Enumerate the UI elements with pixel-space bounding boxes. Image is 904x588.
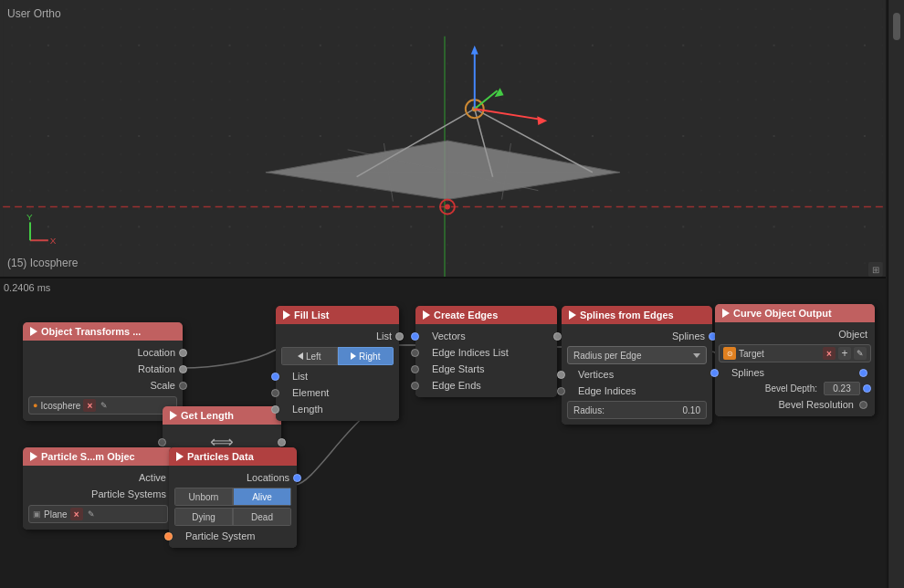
fill-list-output-label: List — [376, 331, 392, 341]
fill-list-output-socket — [395, 332, 404, 341]
plane-remove-button[interactable]: × — [70, 508, 83, 520]
curve-target-eye-button[interactable]: ✎ — [854, 347, 867, 360]
particle-sys-active-row: Active — [23, 469, 173, 486]
fill-list-row-list: List — [276, 368, 399, 384]
node-curve-output-collapse-icon[interactable] — [722, 309, 730, 318]
curve-target-field[interactable]: ⊙ Target × + ✎ — [719, 344, 871, 362]
node-collapse-icon[interactable] — [30, 327, 37, 336]
node-splines-edges-collapse-icon[interactable] — [569, 310, 576, 320]
node-object-transforms: Object Transforms ... Location Rotation … — [23, 322, 183, 421]
fill-list-list-socket — [271, 373, 279, 381]
particle-sys-systems-label: Particle Systems — [91, 488, 166, 499]
fill-list-length-socket — [271, 405, 279, 414]
node-get-length-header: Get Length — [163, 406, 281, 425]
curve-target-icon: ⊙ — [723, 347, 736, 360]
node-create-edges-title: Create Edges — [434, 310, 498, 320]
toggle-left-button[interactable]: Left — [281, 347, 338, 365]
node-curve-object-output: Curve Object Output Object ⊙ Target × + … — [715, 304, 875, 416]
location-output-socket — [179, 349, 187, 357]
curve-target-remove-button[interactable]: × — [823, 347, 836, 360]
node-curve-output-title: Curve Object Output — [733, 308, 832, 319]
viewport-3d[interactable]: X Y ⊞ User Ortho (15) Icosphere — [0, 0, 886, 278]
arrow-left-icon — [298, 352, 303, 360]
splines-radius-label: Radius: — [573, 405, 604, 415]
create-edges-ends-label: Edge Ends — [432, 380, 481, 391]
node-particles-data-collapse-icon[interactable] — [176, 452, 184, 461]
splines-radius-field[interactable]: Radius: 0.10 — [567, 401, 707, 419]
create-edges-indices-socket — [411, 349, 419, 357]
node-create-edges-header: Create Edges — [415, 306, 557, 324]
node-object-transforms-header: Object Transforms ... — [23, 322, 183, 341]
node-fill-list-output: List — [276, 328, 399, 344]
location-label: Location — [137, 347, 175, 358]
icosphere-remove-button[interactable]: × — [83, 399, 96, 412]
create-edges-vectors: Vectors — [415, 328, 557, 344]
node-create-edges: Create Edges Vectors Edge Indices List E… — [415, 306, 557, 397]
node-particles-data: Particles Data Locations Unborn Alive Dy… — [169, 447, 297, 548]
icosphere-edit-icon[interactable]: ✎ — [100, 401, 108, 410]
splines-vertices-row: Vertices — [562, 366, 712, 383]
node-particle-system-object: Particle S...m Objec Active Particle Sys… — [23, 447, 173, 530]
particle-sys-systems-row: Particle Systems — [23, 486, 173, 502]
node-fill-list: Fill List List Left Right List — [276, 306, 399, 421]
node-splines-edges-header: Splines from Edges — [562, 306, 712, 324]
toggle-right-button[interactable]: Right — [338, 347, 394, 365]
node-curve-output-header: Curve Object Output — [715, 304, 875, 322]
icosphere-icon: ● — [33, 401, 37, 410]
node-splines-from-edges: Splines from Edges Splines Radius per Ed… — [562, 306, 712, 425]
plane-pill[interactable]: ▣ Plane × ✎ — [28, 505, 168, 523]
node-particle-sys-collapse-icon[interactable] — [30, 452, 37, 461]
viewport-label: User Ortho — [7, 7, 61, 20]
particles-alive-button[interactable]: Alive — [233, 488, 291, 506]
particles-data-locations-row: Locations — [169, 469, 297, 486]
get-length-output-socket — [278, 438, 286, 446]
plane-name: Plane — [44, 509, 68, 520]
create-edges-starts-label: Edge Starts — [432, 363, 484, 374]
particle-system-row: Particle System — [169, 528, 297, 544]
node-get-length-collapse-icon[interactable] — [170, 411, 177, 420]
create-edges-starts: Edge Starts — [415, 361, 557, 377]
toggle-right-label: Right — [359, 352, 380, 362]
plane-edit-icon[interactable]: ✎ — [88, 509, 95, 519]
bevel-resolution-socket — [859, 401, 867, 409]
node-particles-data-title: Particles Data — [187, 451, 254, 462]
curve-target-add-button[interactable]: + — [838, 347, 851, 360]
fill-list-list-label: List — [292, 371, 308, 382]
node-fill-list-title: Fill List — [294, 310, 330, 320]
particles-data-locations-socket — [293, 474, 301, 482]
icosphere-pill[interactable]: ● Icosphere × ✎ — [28, 396, 177, 415]
particles-dying-button[interactable]: Dying — [174, 508, 233, 526]
scrollbar-thumb[interactable] — [893, 13, 900, 40]
svg-text:⊞: ⊞ — [872, 265, 879, 275]
node-editor: 0.2406 ms Object Transforms ... Location — [0, 278, 886, 588]
curve-splines-label: Splines — [731, 367, 764, 378]
create-edges-ends: Edge Ends — [415, 377, 557, 394]
scale-label: Scale — [150, 380, 175, 391]
node-fill-list-collapse-icon[interactable] — [283, 310, 290, 320]
toggle-left-label: Left — [306, 352, 321, 362]
create-edges-vectors-label: Vectors — [432, 331, 466, 341]
bevel-depth-label: Bevel Depth: — [719, 383, 821, 394]
right-scrollbar[interactable] — [888, 0, 904, 588]
node-create-edges-collapse-icon[interactable] — [423, 310, 430, 320]
arrow-right-icon — [351, 352, 356, 360]
create-edges-ends-socket — [411, 382, 419, 390]
node-row-rotation: Rotation — [23, 361, 183, 377]
particles-unborn-button[interactable]: Unborn — [174, 488, 233, 506]
splines-dropdown[interactable]: Radius per Edge — [567, 346, 707, 364]
curve-output-object-row: Object — [715, 326, 875, 342]
particles-dying-dead-group[interactable]: Dying Dead — [174, 508, 291, 526]
svg-text:X: X — [50, 236, 57, 246]
node-particles-data-header: Particles Data — [169, 447, 297, 466]
create-edges-vectors-socket — [411, 332, 419, 341]
create-edges-indices-label: Edge Indices List — [432, 347, 509, 358]
splines-dropdown-arrow — [693, 353, 700, 358]
particle-sys-active-label: Active — [139, 472, 166, 483]
node-particle-sys-title: Particle S...m Objec — [41, 451, 135, 462]
particles-dead-button[interactable]: Dead — [233, 508, 291, 526]
create-edges-edge-indices: Edge Indices List — [415, 344, 557, 361]
create-edges-starts-socket — [411, 365, 419, 373]
object-label: (15) Icosphere — [7, 257, 78, 269]
particles-unborn-alive-group[interactable]: Unborn Alive — [174, 488, 291, 506]
fill-list-toggle-group[interactable]: Left Right — [281, 347, 394, 365]
